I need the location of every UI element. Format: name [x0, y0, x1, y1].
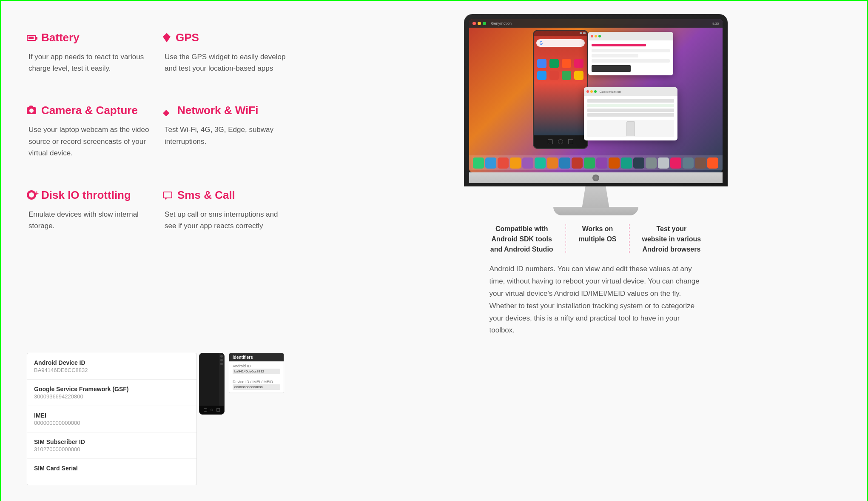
dialog2-content [584, 96, 677, 140]
network-desc: Test Wi-Fi, 4G, 3G, Edge, subway interru… [163, 124, 290, 147]
battery-heading: Battery [41, 31, 80, 44]
gps-icon [163, 33, 171, 43]
imac-stand-base [553, 207, 638, 215]
disk-desc: Emulate devices with slow internal stora… [27, 209, 154, 232]
nav-back [548, 139, 553, 144]
gps-desc: Use the GPS widget to easily develop and… [163, 51, 290, 74]
signal-indicator [580, 32, 582, 34]
macos-dock [469, 155, 723, 170]
dock-icon [522, 157, 533, 169]
imac-stand [464, 186, 728, 215]
apple-logo [592, 175, 599, 181]
close-dot [472, 22, 476, 25]
features-grid: Battery If your app needs to react to va… [27, 18, 299, 249]
dock-icon [498, 157, 509, 169]
stats-row: Compatible withAndroid SDK toolsand Andr… [464, 224, 728, 255]
table-row: SIM Subscriber ID 310270000000000 [27, 432, 196, 459]
vd-item [587, 99, 674, 103]
imac-stand-neck [579, 186, 613, 208]
device-preview [587, 120, 674, 137]
disk-heading: Disk IO throttling [41, 189, 131, 202]
imac-screen-outer: Genymotion 9:35 [464, 14, 728, 186]
sms-heading: Sms & Call [177, 189, 235, 202]
side-btn [220, 355, 223, 358]
vd-item [587, 109, 674, 112]
nav-home [558, 139, 563, 144]
side-btn [220, 363, 223, 365]
dialog-content [588, 40, 673, 75]
gsf-value: 3000936694220800 [34, 393, 190, 400]
camera-icon [27, 107, 36, 114]
device-info-panel: Android Device ID BA94146DE6CC8832 Googl… [27, 353, 303, 485]
dock-icon [633, 157, 644, 169]
imac-chin [469, 172, 723, 183]
close-dot-sm2 [586, 90, 589, 93]
id-device-label: Device ID / IMEI / MEID [233, 380, 280, 384]
wifi-indicator [583, 32, 586, 34]
device-shape [626, 121, 635, 136]
feature-camera: Camera & Capture Use your laptop webcam … [27, 91, 163, 176]
close-dot-sm [591, 35, 593, 37]
imac-screen-content: Genymotion 9:35 [469, 19, 723, 172]
dock-icon [658, 157, 669, 169]
app-maps [549, 59, 559, 68]
app-name: Genymotion [491, 21, 512, 26]
dock-icon [621, 157, 632, 169]
left-panel: Battery If your app needs to react to va… [1, 1, 324, 501]
phone-home-area [534, 135, 587, 148]
dock-icon [584, 157, 595, 169]
id-android-label: Android ID [233, 364, 280, 368]
phone-icons-grid [534, 50, 587, 83]
phone-screen: G [534, 31, 587, 135]
app-play [562, 59, 571, 68]
dialog2-header: Customization [584, 87, 677, 96]
vd-item [587, 104, 674, 107]
stat-multi-os: Works onmultiple OS [579, 224, 617, 255]
dialog2-title: Customization [600, 90, 621, 94]
sim-sub-label: SIM Subscriber ID [34, 438, 190, 445]
min-dot-sm2 [590, 90, 593, 93]
app-chrome [537, 59, 546, 68]
dock-icon [695, 157, 706, 169]
dock-icon [473, 157, 484, 169]
camera-title-row: Camera & Capture [27, 104, 154, 117]
id-android-value: ba94146de6cc8832 [233, 369, 280, 374]
feature-sms: Sms & Call Set up call or sms interrupti… [163, 176, 299, 249]
battery-bar [592, 44, 646, 46]
wifi-icon [163, 107, 172, 114]
android-id-label: Android Device ID [34, 359, 190, 366]
main-container: Battery If your app needs to react to va… [1, 1, 867, 501]
phone-small-screen [199, 353, 224, 406]
max-dot-sm2 [594, 90, 597, 93]
time-display: 9:35 [712, 22, 719, 26]
android-phone: G [533, 30, 588, 149]
back-btn [204, 408, 207, 412]
battery-icon [27, 35, 36, 41]
gps-heading: GPS [176, 31, 199, 44]
app-photos [574, 71, 583, 80]
stat-android-sdk: Compatible withAndroid SDK toolsand Andr… [490, 224, 553, 255]
side-btn [220, 359, 223, 361]
id-row-device: Device ID / IMEI / MEID 000000000000000 [229, 377, 284, 393]
app-contacts [562, 71, 571, 80]
feature-disk: Disk IO throttling Emulate devices with … [27, 176, 163, 249]
table-row: Android Device ID BA94146DE6CC8832 [27, 353, 196, 380]
disk-icon [27, 190, 36, 200]
disk-title-row: Disk IO throttling [27, 189, 154, 202]
sim-sub-value: 310270000000000 [34, 446, 190, 452]
sim-serial-value [34, 472, 190, 479]
sms-desc: Set up call or sms interruptions and see… [163, 209, 290, 232]
stat-multi-os-text: Works onmultiple OS [579, 224, 617, 244]
vd-list [587, 99, 674, 117]
dock-icon [510, 157, 521, 169]
recents-btn [216, 408, 220, 412]
app-twitter [537, 71, 546, 80]
dialog-header [588, 32, 673, 40]
minimize-dot [478, 22, 481, 25]
network-title-row: Network & WiFi [163, 104, 290, 117]
dialog-row [592, 59, 670, 63]
table-row: IMEI 000000000000000 [27, 406, 196, 432]
battery-title-row: Battery [27, 31, 154, 44]
stat-android-sdk-text: Compatible withAndroid SDK toolsand Andr… [490, 224, 553, 255]
dock-icon [609, 157, 620, 169]
